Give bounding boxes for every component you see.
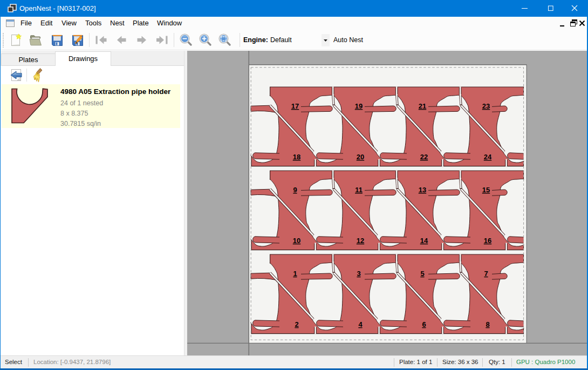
svg-text:23: 23 <box>482 102 490 110</box>
svg-text:24: 24 <box>484 153 492 161</box>
svg-text:4: 4 <box>358 320 363 328</box>
svg-text:22: 22 <box>420 153 428 161</box>
svg-text:19: 19 <box>355 102 363 110</box>
svg-text:3: 3 <box>357 270 360 278</box>
svg-text:13: 13 <box>419 186 426 194</box>
svg-text:17: 17 <box>291 102 299 110</box>
svg-text:5: 5 <box>420 270 424 278</box>
svg-text:2: 2 <box>295 320 298 328</box>
svg-text:12: 12 <box>357 237 364 245</box>
svg-text:6: 6 <box>422 320 426 328</box>
svg-text:10: 10 <box>293 237 300 245</box>
svg-text:20: 20 <box>357 153 364 161</box>
svg-text:21: 21 <box>419 102 426 110</box>
svg-text:14: 14 <box>420 237 428 245</box>
svg-text:7: 7 <box>484 270 488 278</box>
svg-text:1: 1 <box>293 270 297 278</box>
svg-text:15: 15 <box>482 186 490 194</box>
svg-text:9: 9 <box>293 186 297 194</box>
svg-text:8: 8 <box>486 320 489 328</box>
svg-text:16: 16 <box>484 237 491 245</box>
svg-text:11: 11 <box>355 186 363 194</box>
svg-text:18: 18 <box>293 153 300 161</box>
